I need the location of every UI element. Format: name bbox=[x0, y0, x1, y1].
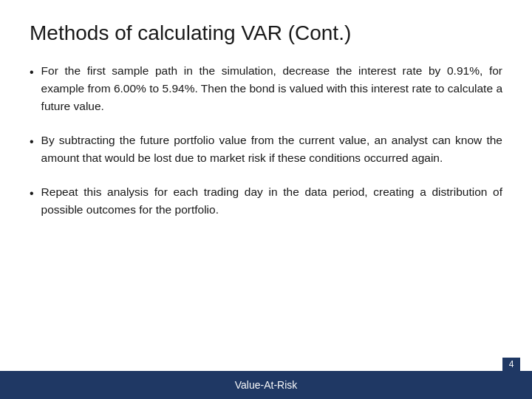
slide-title: Methods of calculating VAR (Cont.) bbox=[30, 21, 502, 46]
bullet-text-1: For the first sample path in the simulat… bbox=[41, 62, 502, 115]
bullet-marker-2: • bbox=[30, 133, 34, 151]
bullet-item-1: • For the first sample path in the simul… bbox=[30, 62, 502, 115]
bullet-item-2: • By subtracting the future portfolio va… bbox=[30, 132, 502, 167]
bullet-item-3: • Repeat this analysis for each trading … bbox=[30, 183, 502, 219]
slide-content: Methods of calculating VAR (Cont.) • For… bbox=[0, 0, 532, 371]
slide-footer: 4 Value-At-Risk bbox=[0, 371, 532, 399]
bullet-marker-1: • bbox=[30, 64, 34, 82]
bullet-text-3: Repeat this analysis for each trading da… bbox=[41, 183, 502, 219]
footer-label: Value-At-Risk bbox=[235, 379, 298, 391]
slide-container: Methods of calculating VAR (Cont.) • For… bbox=[0, 0, 532, 399]
slide-number: 4 bbox=[502, 358, 520, 371]
bullet-text-2: By subtracting the future portfolio valu… bbox=[41, 132, 502, 167]
bullet-list: • For the first sample path in the simul… bbox=[30, 62, 502, 219]
bullet-marker-3: • bbox=[30, 185, 34, 203]
